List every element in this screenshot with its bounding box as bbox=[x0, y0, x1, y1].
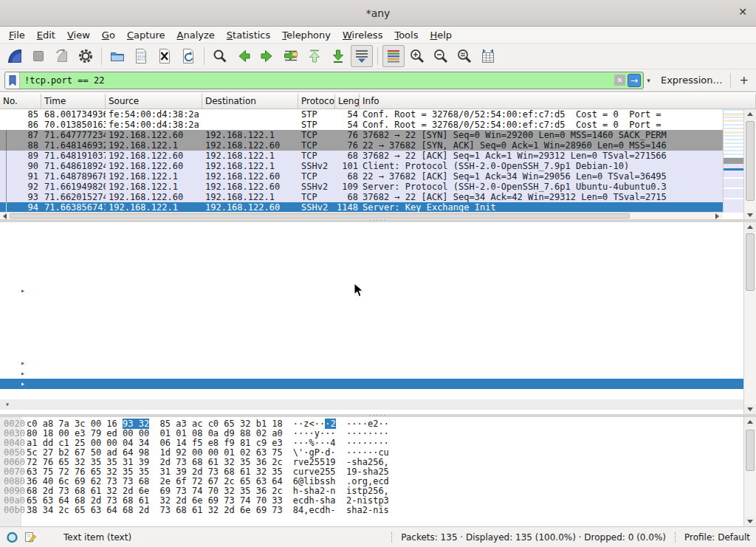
scroll-down-arrow[interactable] bbox=[744, 405, 756, 414]
capture-options-button[interactable] bbox=[75, 45, 97, 67]
close-window-button[interactable]: ✕ bbox=[738, 6, 747, 18]
colorize-packets-toggle[interactable] bbox=[382, 45, 405, 67]
restart-capture-button[interactable] bbox=[51, 45, 73, 67]
save-file-button[interactable]: 010101100111 bbox=[130, 45, 152, 67]
details-vertical-scrollbar[interactable] bbox=[743, 222, 756, 414]
column-header-time[interactable]: Time bbox=[41, 94, 106, 109]
detail-tree-item[interactable]: [Window size scaling factor: 128] bbox=[0, 317, 743, 327]
menu-item[interactable]: View bbox=[61, 28, 96, 42]
filter-apply-button[interactable]: → bbox=[628, 74, 641, 87]
column-header-destination[interactable]: Destination bbox=[202, 94, 298, 109]
filter-history-dropdown[interactable]: ▾ bbox=[644, 72, 653, 89]
scrollbar-thumb[interactable] bbox=[746, 233, 755, 291]
expand-arrow-icon[interactable]: ▸ bbox=[21, 358, 30, 368]
go-first-packet-button[interactable] bbox=[303, 45, 326, 67]
detail-tree-item[interactable]: [Stream index: 0] bbox=[0, 224, 743, 234]
detail-tree-item[interactable]: ▸[SEQ/ACK analysis] bbox=[0, 368, 743, 379]
packet-row[interactable]: 94 71.663856741 192.168.122.1 192.168.12… bbox=[0, 202, 723, 213]
menu-item[interactable]: Capture bbox=[121, 28, 171, 42]
go-back-button[interactable] bbox=[233, 45, 255, 67]
expression-button[interactable]: Expression… bbox=[661, 75, 723, 86]
menu-item[interactable]: Tools bbox=[388, 28, 424, 42]
menu-item[interactable]: File bbox=[3, 28, 31, 42]
auto-scroll-toggle[interactable] bbox=[351, 45, 373, 67]
packet-list-vertical-scrollbar[interactable] bbox=[743, 109, 756, 219]
column-header-source[interactable]: Source bbox=[106, 94, 202, 109]
detail-tree-item[interactable]: Window size value: 227 bbox=[0, 296, 743, 306]
detail-tree-item[interactable]: ▾SSH Protocol bbox=[0, 399, 743, 410]
scroll-up-arrow[interactable] bbox=[744, 222, 756, 232]
detail-tree-item[interactable]: [Checksum Status: Unverified] bbox=[0, 337, 743, 348]
expert-info-icon[interactable] bbox=[6, 531, 18, 544]
detail-tree-item[interactable]: ▸[Timestamps] bbox=[0, 379, 743, 389]
packet-row[interactable]: 88 71.648146932 192.168.122.1 192.168.12… bbox=[0, 140, 723, 151]
expand-arrow-icon[interactable]: ▸ bbox=[21, 379, 30, 389]
detail-tree-item[interactable]: Checksum: 0x79ed [unverified] bbox=[0, 327, 743, 337]
packet-row[interactable]: 91 71.648789678 192.168.122.1 192.168.12… bbox=[0, 171, 723, 182]
start-capture-button[interactable] bbox=[4, 45, 26, 67]
scrollbar-thumb[interactable] bbox=[746, 121, 755, 201]
menu-item[interactable]: Telephony bbox=[276, 28, 337, 42]
stop-capture-button[interactable] bbox=[27, 45, 49, 67]
scrollbar-thumb[interactable] bbox=[10, 213, 630, 219]
packet-row[interactable]: 87 71.647777234 192.168.122.60 192.168.1… bbox=[0, 130, 723, 140]
find-packet-button[interactable] bbox=[209, 45, 231, 67]
resize-columns-button[interactable] bbox=[477, 45, 499, 67]
go-last-packet-button[interactable] bbox=[327, 45, 349, 67]
packet-row[interactable]: 93 71.662015274 192.168.122.60 192.168.1… bbox=[0, 192, 723, 202]
expand-arrow-icon[interactable]: ▾ bbox=[5, 399, 14, 410]
scroll-up-arrow[interactable] bbox=[744, 109, 756, 119]
detail-tree-item[interactable]: Sequence number: 42 (relative sequence n… bbox=[0, 244, 743, 255]
go-to-packet-button[interactable] bbox=[280, 45, 302, 67]
menu-item[interactable]: Wireless bbox=[337, 28, 388, 42]
open-file-button[interactable] bbox=[106, 45, 128, 67]
packet-row[interactable]: 85 68.001734936 fe:54:00:d4:38:2a STP 54… bbox=[0, 109, 723, 120]
menu-item[interactable]: Statistics bbox=[221, 28, 276, 42]
packet-list-horizontal-scrollbar[interactable] bbox=[0, 212, 723, 219]
detail-tree-item[interactable]: [Calculated window size: 29056] bbox=[0, 306, 743, 317]
column-header-info[interactable]: Info bbox=[360, 94, 756, 109]
scroll-left-arrow[interactable] bbox=[0, 213, 9, 219]
detail-tree-item[interactable]: [TCP Segment Len: 1080] bbox=[0, 234, 743, 244]
detail-tree-item[interactable]: Urgent pointer: 0 bbox=[0, 348, 743, 358]
column-header-length[interactable]: Length bbox=[335, 94, 360, 109]
packet-row[interactable]: 92 71.661949820 192.168.122.1 192.168.12… bbox=[0, 182, 723, 192]
expand-arrow-icon[interactable]: ▸ bbox=[21, 286, 30, 296]
zoom-out-button[interactable] bbox=[430, 45, 452, 67]
profile-label[interactable]: Profile: Default bbox=[675, 532, 750, 543]
detail-tree-item[interactable]: 1000 .... = Header Length: 32 bytes (8) bbox=[0, 275, 743, 286]
packet-row[interactable]: 90 71.648618924 192.168.122.60 192.168.1… bbox=[0, 161, 723, 171]
capture-comment-icon[interactable] bbox=[24, 531, 37, 543]
column-header-no[interactable]: No. bbox=[0, 94, 41, 109]
detail-tree-item[interactable]: Acknowledgment number: 34 (relative ack … bbox=[0, 265, 743, 275]
filter-clear-button[interactable]: ✕ bbox=[614, 75, 625, 86]
hex-row[interactable]: 00b038 34 2c 65 63 64 68 2d 73 68 61 32 … bbox=[0, 506, 756, 515]
reload-file-button[interactable] bbox=[177, 45, 199, 67]
scroll-up-arrow[interactable] bbox=[744, 417, 756, 427]
menu-item[interactable]: Analyze bbox=[171, 28, 221, 42]
intelligent-scrollbar-minimap[interactable] bbox=[723, 109, 743, 213]
detail-tree-item[interactable]: [Next sequence number: 1122 (relative se… bbox=[0, 255, 743, 265]
menu-item[interactable]: Edit bbox=[31, 28, 61, 42]
menu-item[interactable]: Help bbox=[424, 28, 458, 42]
display-filter-input[interactable] bbox=[20, 75, 614, 86]
packet-row[interactable]: 86 70.013850163 fe:54:00:d4:38:2a STP 54… bbox=[0, 120, 723, 130]
zoom-in-button[interactable] bbox=[406, 45, 428, 67]
menu-item[interactable]: Go bbox=[96, 28, 121, 42]
scrollbar-thumb[interactable] bbox=[746, 430, 755, 471]
add-filter-button[interactable]: + bbox=[739, 74, 749, 87]
scroll-right-arrow[interactable] bbox=[712, 213, 721, 219]
detail-tree-item[interactable]: ▸Flags: 0x018 (PSH, ACK) bbox=[0, 286, 743, 296]
column-header-protocol[interactable]: Protocol bbox=[298, 94, 335, 109]
close-file-button[interactable] bbox=[154, 45, 176, 67]
zoom-original-button[interactable] bbox=[453, 45, 475, 67]
go-forward-button[interactable] bbox=[256, 45, 278, 67]
expand-arrow-icon[interactable]: ▸ bbox=[21, 368, 30, 379]
scroll-down-arrow[interactable] bbox=[744, 517, 756, 526]
detail-tree-item[interactable]: TCP payload (1080 bytes) bbox=[0, 389, 743, 399]
detail-tree-item[interactable]: ▸Options: (12 bytes), No-Operation (NOP)… bbox=[0, 358, 743, 368]
hex-vertical-scrollbar[interactable] bbox=[743, 417, 756, 526]
scroll-down-arrow[interactable] bbox=[744, 210, 756, 219]
filter-bookmark-button[interactable] bbox=[5, 72, 20, 89]
packet-row[interactable]: 89 71.648191037 192.168.122.60 192.168.1… bbox=[0, 151, 723, 161]
